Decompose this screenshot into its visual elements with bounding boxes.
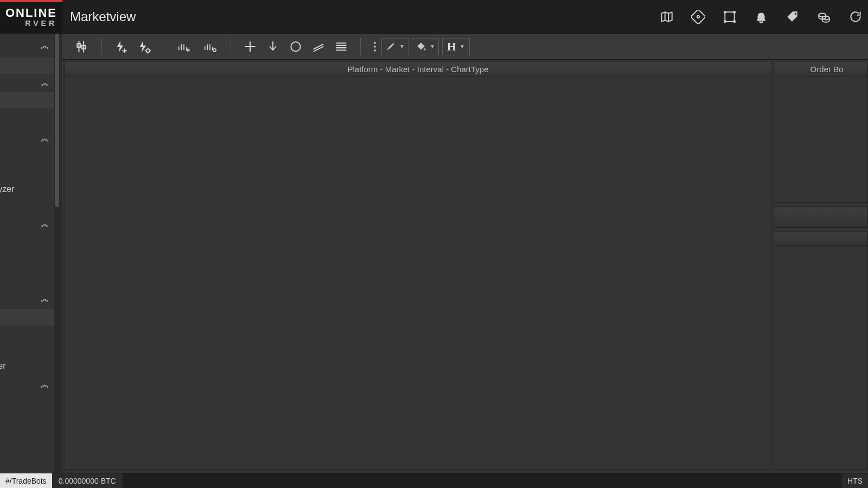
list-lines-icon[interactable] (330, 37, 353, 56)
sidebar-section-tools[interactable]: OOLS ︽ (0, 128, 60, 149)
bolt-settings-icon[interactable] (132, 37, 155, 56)
refresh-icon[interactable] (847, 9, 864, 25)
coins-icon[interactable] (816, 9, 832, 25)
svg-point-10 (146, 49, 150, 53)
map-icon[interactable] (659, 9, 675, 25)
svg-point-13 (374, 42, 376, 44)
trades-panel (775, 231, 868, 470)
brand-box: ONLINE RVER (0, 0, 62, 34)
sidebar-item[interactable]: ns (0, 197, 60, 214)
right-panels: Order Bo (775, 62, 868, 470)
chart-canvas[interactable] (65, 76, 771, 469)
orderbook-body[interactable] (775, 76, 867, 202)
sidebar-section-al[interactable]: AL ︽ (0, 374, 60, 395)
sidebar-item[interactable]: anner (0, 342, 60, 358)
balance-currency: BTC (101, 477, 116, 485)
sidebar-section-script[interactable]: RIPT ︽ (0, 214, 60, 234)
sidebar-item[interactable]: pare (0, 325, 60, 342)
sidebar-item[interactable]: ders (0, 112, 60, 128)
chevron-up-icon: ︽ (41, 40, 50, 52)
chevron-up-icon: ︽ (41, 219, 50, 230)
mid-panel-header (775, 207, 867, 227)
sidebar-section-es[interactable]: ES ︽ (0, 288, 60, 309)
heading-style-combo[interactable]: H ▼ (442, 38, 470, 55)
ticket-icon[interactable] (690, 9, 706, 25)
sidebar-item[interactable] (0, 92, 60, 108)
main-area: Platform - Market - Interval - ChartType… (62, 60, 868, 473)
bars-add-icon[interactable] (171, 37, 197, 56)
svg-point-15 (374, 49, 376, 52)
svg-point-14 (374, 46, 376, 48)
sidebar-item[interactable] (0, 57, 60, 74)
chevron-up-icon: ︽ (41, 133, 50, 144)
chevron-up-icon: ︽ (41, 78, 50, 89)
sidebar-item[interactable] (0, 251, 60, 267)
sidebar: DARD ︽ ︽ ders OOLS ︽ rd ance Analyzer ns… (0, 34, 60, 473)
svg-rect-2 (725, 12, 734, 21)
orderbook-panel: Order Bo (775, 62, 868, 203)
sidebar-item[interactable] (0, 395, 60, 411)
bars-settings-icon[interactable] (197, 37, 223, 56)
status-right[interactable]: HTS (841, 473, 868, 488)
svg-point-12 (291, 42, 300, 51)
svg-point-11 (213, 48, 216, 52)
caret-down-icon: ▼ (430, 43, 435, 49)
svg-rect-3 (724, 11, 726, 13)
trades-body[interactable] (775, 246, 867, 469)
arrow-down-icon[interactable] (261, 37, 284, 56)
sidebar-subhead[interactable]: ︽ (0, 74, 60, 92)
header-icon-bar (659, 0, 868, 33)
svg-rect-0 (691, 10, 705, 24)
sidebar-item[interactable] (0, 309, 60, 325)
more-vertical-icon[interactable] (368, 37, 381, 56)
sidebar-item[interactable]: rd (0, 149, 60, 165)
brand-line-2: RVER (25, 19, 57, 28)
svg-point-1 (697, 15, 699, 17)
bell-icon[interactable] (753, 9, 769, 25)
page-title: Marketview (62, 0, 136, 33)
caret-down-icon: ▼ (399, 43, 405, 49)
frame-select-icon[interactable] (722, 9, 738, 25)
status-path[interactable]: #/TradeBots (0, 473, 52, 488)
svg-rect-6 (733, 20, 736, 22)
svg-point-16 (424, 48, 425, 50)
svg-point-7 (795, 12, 796, 14)
svg-rect-5 (724, 20, 726, 22)
orderbook-header: Order Bo (775, 62, 867, 76)
balance-value: 0.00000000 (59, 477, 99, 485)
sidebar-item[interactable] (0, 165, 60, 181)
svg-rect-4 (733, 11, 736, 13)
trades-header (775, 232, 867, 246)
chevron-up-icon: ︽ (41, 293, 50, 305)
sidebar-scrollbar[interactable] (54, 34, 60, 473)
parallel-lines-icon[interactable] (307, 37, 330, 56)
candlestick-settings-icon[interactable] (71, 37, 94, 56)
chart-panel: Platform - Market - Interval - ChartType (65, 62, 771, 470)
brush-color-combo[interactable]: ▼ (381, 38, 409, 55)
tag-icon[interactable] (784, 9, 801, 25)
sidebar-section-dashboard[interactable]: DARD ︽ (0, 34, 60, 57)
bolt-add-icon[interactable] (110, 37, 132, 56)
plus-icon[interactable] (239, 37, 261, 56)
status-bar: #/TradeBots 0.00000000 BTC HTS (0, 473, 868, 488)
sidebar-item[interactable]: ance Analyzer (0, 181, 60, 197)
sidebar-item[interactable] (0, 234, 60, 251)
brand-line-1: ONLINE (5, 6, 57, 20)
mid-panel (775, 206, 868, 228)
circle-icon[interactable] (284, 37, 307, 56)
chart-toolbar: ▼ ▼ H ▼ (62, 34, 868, 60)
app-header: ONLINE RVER Marketview (0, 0, 868, 34)
chevron-up-icon: ︽ (41, 379, 50, 390)
caret-down-icon: ▼ (459, 43, 465, 49)
status-balance: 0.00000000 BTC (52, 473, 123, 488)
chart-panel-header: Platform - Market - Interval - ChartType (65, 62, 771, 76)
sidebar-item[interactable]: ates Builder (0, 358, 60, 374)
sidebar-item[interactable]: lets (0, 411, 60, 427)
fill-color-combo[interactable]: ▼ (412, 38, 439, 55)
heading-letter: H (447, 40, 456, 54)
